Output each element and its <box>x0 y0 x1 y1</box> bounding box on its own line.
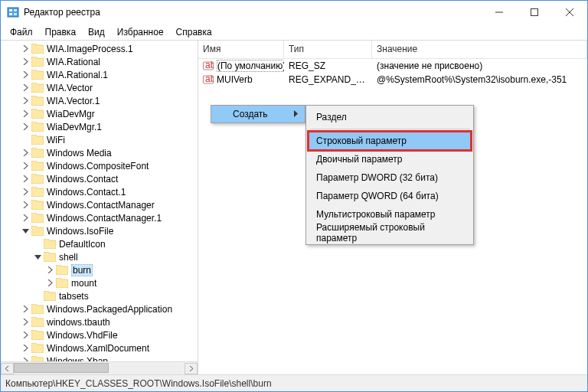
tree-hscrollbar[interactable] <box>1 361 198 374</box>
tree-node[interactable]: Windows.Contact <box>2 172 198 185</box>
tree-node[interactable]: windows.tbauth <box>2 315 198 328</box>
menu-view[interactable]: Вид <box>82 25 111 39</box>
status-path: Компьютер\HKEY_CLASSES_ROOT\Windows.IsoF… <box>5 378 272 389</box>
expand-icon[interactable] <box>21 214 30 223</box>
tree-node[interactable]: WIA.Rational.1 <box>2 68 198 81</box>
svg-rect-1 <box>9 9 12 11</box>
tree-node[interactable]: Windows.Xbap <box>2 354 198 361</box>
tree-node-label: Windows.Contact <box>47 174 118 185</box>
expand-icon[interactable] <box>21 83 30 93</box>
folder-icon <box>31 226 44 236</box>
ctx-item[interactable]: Строковый параметр <box>309 132 471 150</box>
expand-icon[interactable] <box>21 70 30 80</box>
col-value[interactable]: Значение <box>372 41 587 58</box>
expand-icon[interactable] <box>21 201 30 210</box>
ctx-item[interactable]: Параметр DWORD (32 бита) <box>309 168 471 187</box>
tree-node[interactable]: Windows.PackagedApplication <box>2 302 198 315</box>
expand-icon[interactable] <box>21 188 30 197</box>
scroll-thumb[interactable] <box>14 363 109 373</box>
registry-tree[interactable]: WIA.ImageProcess.1WIA.RationalWIA.Ration… <box>1 41 198 361</box>
maximize-button[interactable] <box>517 1 552 24</box>
expand-icon[interactable] <box>21 109 30 119</box>
minimize-button[interactable] <box>482 1 517 24</box>
expand-icon[interactable] <box>21 175 30 184</box>
expand-icon[interactable] <box>45 279 54 288</box>
folder-icon <box>31 213 44 223</box>
tree-node[interactable]: tabsets <box>2 289 198 302</box>
expand-icon[interactable] <box>21 122 30 132</box>
folder-icon <box>31 57 44 67</box>
menu-file[interactable]: Файл <box>4 25 39 39</box>
ctx-item[interactable]: Расширяемый строковый параметр <box>309 224 471 242</box>
expand-icon[interactable] <box>21 57 30 67</box>
col-name[interactable]: Имя <box>198 41 284 58</box>
string-value-icon: ab <box>203 60 214 71</box>
scroll-track[interactable] <box>14 363 185 374</box>
expand-icon[interactable] <box>21 331 30 340</box>
expand-icon[interactable] <box>21 96 30 106</box>
tree-node[interactable]: WiaDevMgr <box>2 107 198 120</box>
titlebar[interactable]: Редактор реестра <box>1 1 587 24</box>
expand-icon[interactable] <box>21 344 30 353</box>
value-row[interactable]: ab(По умолчанию)REG_SZ(значение не присв… <box>198 59 587 73</box>
tree-node-label: Windows.XamlDocument <box>47 343 149 354</box>
tree-node-label: WIA.Vector.1 <box>47 96 100 106</box>
tree-node[interactable]: WIA.ImageProcess.1 <box>2 42 198 55</box>
tree-node[interactable]: mount <box>2 276 198 289</box>
expand-icon[interactable] <box>21 44 30 54</box>
col-type[interactable]: Тип <box>284 41 372 58</box>
folder-icon <box>44 291 56 301</box>
tree-node[interactable]: Windows.IsoFile <box>2 224 198 237</box>
expand-icon[interactable] <box>21 149 30 158</box>
scroll-right-button[interactable] <box>185 363 198 374</box>
tree-node[interactable]: Windows Media <box>2 146 198 159</box>
tree-node[interactable]: WIA.Vector <box>2 81 198 94</box>
menu-help[interactable]: Справка <box>170 25 218 39</box>
tree-node[interactable]: WiaDevMgr.1 <box>2 120 198 133</box>
tree-node[interactable]: Windows.VhdFile <box>2 328 198 341</box>
tree-node-label: Windows.PackagedApplication <box>47 304 172 315</box>
tree-node[interactable]: Windows.CompositeFont <box>2 159 198 172</box>
close-button[interactable] <box>552 1 587 24</box>
svg-rect-0 <box>8 8 18 17</box>
tree-node[interactable]: DefaultIcon <box>2 237 198 250</box>
expand-icon[interactable] <box>21 305 30 314</box>
context-submenu-new: РазделСтроковый параметрДвоичный парамет… <box>305 105 474 245</box>
folder-icon <box>31 174 44 184</box>
expand-icon[interactable] <box>21 162 30 171</box>
folder-icon <box>31 135 44 145</box>
tree-node[interactable]: burn <box>2 263 198 276</box>
tree-node[interactable]: Windows.ContactManager <box>2 198 198 211</box>
collapse-icon[interactable] <box>21 227 30 236</box>
scroll-left-button[interactable] <box>1 363 14 374</box>
ctx-item[interactable]: Мультистроковый параметр <box>309 205 471 224</box>
tree-node-label: windows.tbauth <box>47 317 110 328</box>
ctx-item-label: Двоичный параметр <box>316 154 403 165</box>
tree-node[interactable]: WIA.Vector.1 <box>2 94 198 107</box>
ctx-item[interactable]: Раздел <box>309 108 471 126</box>
ctx-item-label: Расширяемый строковый параметр <box>316 222 463 243</box>
menu-favorites[interactable]: Избранное <box>111 25 170 39</box>
ctx-new[interactable]: Создать <box>211 106 305 122</box>
collapse-icon[interactable] <box>33 253 42 262</box>
value-row[interactable]: abMUIVerbREG_EXPAND_SZ@%SystemRoot%\Syst… <box>198 73 587 87</box>
folder-icon <box>31 148 44 158</box>
string-value-icon: ab <box>203 74 214 85</box>
tree-node[interactable]: shell <box>2 250 198 263</box>
menu-edit[interactable]: Правка <box>39 25 83 39</box>
expand-icon[interactable] <box>45 266 54 275</box>
svg-rect-4 <box>14 13 17 15</box>
tree-node[interactable]: Windows.XamlDocument <box>2 341 198 354</box>
folder-icon <box>31 304 44 314</box>
tree-node[interactable]: WIA.Rational <box>2 55 198 68</box>
ctx-item[interactable]: Двоичный параметр <box>309 150 471 168</box>
ctx-item[interactable]: Параметр QWORD (64 бита) <box>309 187 471 205</box>
tree-node[interactable]: Windows.ContactManager.1 <box>2 211 198 224</box>
menu-separator <box>310 129 469 129</box>
tree-node[interactable]: Windows.Contact.1 <box>2 185 198 198</box>
tree-node[interactable]: WiFi <box>2 133 198 146</box>
tree-node-label: Windows.VhdFile <box>47 330 118 341</box>
tree-spacer <box>33 292 42 301</box>
tree-node-label: Windows.ContactManager.1 <box>47 213 162 224</box>
expand-icon[interactable] <box>21 318 30 327</box>
